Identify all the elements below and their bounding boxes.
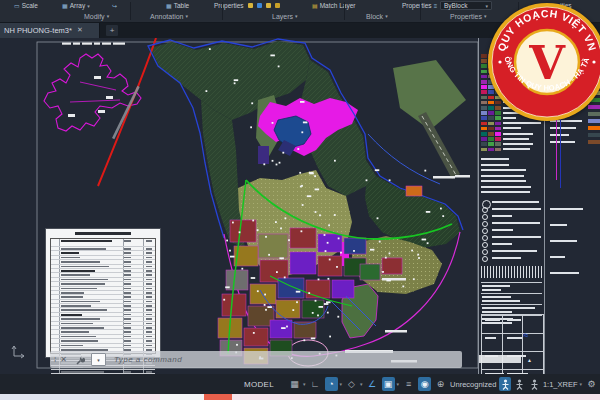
parcel bbox=[278, 278, 304, 298]
panel-properties[interactable]: Properties▾ bbox=[450, 11, 486, 21]
isometric-drafting-icon[interactable]: ◇ bbox=[345, 377, 358, 391]
point-label bbox=[315, 211, 317, 213]
point-label bbox=[315, 189, 320, 191]
parcel bbox=[360, 264, 380, 280]
point-label bbox=[413, 278, 415, 280]
annotation-visibility-icon[interactable] bbox=[499, 377, 511, 391]
grid-display-icon[interactable]: ▦ bbox=[288, 377, 301, 391]
point-label bbox=[402, 286, 404, 288]
point-label bbox=[284, 277, 286, 279]
panel-annotation[interactable]: Annotation▾ bbox=[150, 11, 188, 21]
modify-extra-icon[interactable]: ↪ bbox=[112, 1, 117, 10]
point-label bbox=[239, 231, 241, 233]
table-grid bbox=[50, 238, 156, 354]
customize-wrench-icon[interactable] bbox=[75, 355, 85, 365]
point-label bbox=[299, 172, 301, 174]
point-label bbox=[327, 242, 329, 244]
annotation-scale-icon[interactable] bbox=[528, 377, 540, 391]
command-close-icon[interactable]: ✕ bbox=[60, 355, 67, 364]
model-space-button[interactable]: MODEL bbox=[244, 380, 274, 389]
polar-tracking-icon[interactable]: ◔ bbox=[325, 377, 338, 391]
settings-gear-icon[interactable]: ⚙ bbox=[585, 377, 598, 391]
point-label bbox=[264, 304, 266, 306]
point-label bbox=[319, 214, 321, 216]
point-label bbox=[236, 344, 238, 346]
parcel bbox=[250, 284, 276, 304]
point-label bbox=[253, 332, 255, 334]
map-title-text bbox=[62, 43, 125, 45]
array-button[interactable]: ▦Array▾ bbox=[62, 1, 90, 10]
location-inset-map bbox=[44, 54, 141, 131]
match-layer-button[interactable]: ▤Match Layer bbox=[312, 1, 355, 10]
panel-layers[interactable]: Layers▾ bbox=[272, 11, 298, 21]
ucs-icon bbox=[12, 346, 24, 358]
point-label bbox=[279, 162, 281, 164]
geolocation-pin-icon[interactable]: ◉ bbox=[418, 377, 431, 391]
parcel bbox=[230, 220, 256, 242]
table-button[interactable]: ▦Table bbox=[166, 1, 189, 10]
parcel bbox=[318, 234, 342, 252]
point-label bbox=[296, 301, 298, 303]
iso-caret[interactable]: ▾ bbox=[360, 381, 363, 387]
point-label bbox=[229, 250, 231, 252]
status-bar: MODEL ▦ ▾ ∟ ◔ ▾ ◇ ▾ ∠ ▣ ▾ ≡ ◉ ⊕ Unrecogn… bbox=[0, 374, 600, 394]
point-label bbox=[424, 170, 426, 172]
point-label bbox=[292, 309, 294, 311]
point-label bbox=[379, 241, 381, 243]
grid-caret[interactable]: ▾ bbox=[303, 381, 306, 387]
object-snap-tracking-icon[interactable]: ∠ bbox=[366, 377, 379, 391]
annotation-scale-value[interactable]: 1:1_XREF bbox=[543, 380, 578, 389]
point-label bbox=[300, 101, 305, 103]
tab-close-icon[interactable]: ✕ bbox=[77, 26, 83, 34]
layer-icon bbox=[248, 3, 253, 8]
point-label bbox=[303, 339, 305, 341]
scale-button[interactable]: ▭Scale bbox=[14, 1, 38, 10]
command-bar[interactable]: ⁞ ✕ ▾ Type a command bbox=[50, 351, 462, 368]
panel-block[interactable]: Block▾ bbox=[366, 11, 388, 21]
drawing-tab[interactable]: NH PHUONG-tem3* ✕ bbox=[0, 22, 100, 38]
bottom-red-box bbox=[204, 394, 232, 400]
table-title bbox=[46, 232, 160, 235]
point-label bbox=[385, 257, 387, 259]
point-label bbox=[324, 234, 326, 236]
point-label bbox=[230, 256, 235, 258]
osnap-caret[interactable]: ▾ bbox=[397, 381, 400, 387]
annotation-autoscale-icon[interactable] bbox=[514, 377, 526, 391]
point-label bbox=[241, 268, 243, 270]
command-input-placeholder[interactable]: Type a command bbox=[114, 355, 182, 364]
point-label bbox=[308, 292, 310, 294]
point-label bbox=[267, 306, 272, 308]
point-label bbox=[264, 294, 266, 296]
parcel bbox=[406, 186, 422, 196]
point-label bbox=[389, 179, 391, 181]
point-label bbox=[303, 122, 308, 124]
new-tab-button[interactable]: + bbox=[106, 25, 118, 36]
point-label bbox=[251, 277, 256, 279]
point-label bbox=[324, 303, 329, 305]
parcel bbox=[258, 234, 288, 258]
landuse-statistics-table bbox=[45, 228, 161, 358]
command-drag-handle[interactable]: ⁞ bbox=[54, 355, 55, 364]
scale-caret[interactable]: ▾ bbox=[580, 381, 583, 387]
layer-properties-button[interactable]: Properties bbox=[214, 1, 280, 10]
point-label bbox=[280, 228, 282, 230]
ortho-mode-icon[interactable]: ∟ bbox=[309, 377, 322, 391]
object-snap-icon[interactable]: ▣ bbox=[382, 377, 395, 391]
point-label bbox=[440, 208, 442, 210]
point-label bbox=[426, 211, 431, 213]
parcel bbox=[332, 280, 354, 298]
geo-globe-icon[interactable]: ⊕ bbox=[434, 377, 447, 391]
point-label bbox=[268, 254, 270, 256]
point-label bbox=[301, 230, 303, 232]
lineweight-icon[interactable]: ≡ bbox=[402, 377, 415, 391]
point-label bbox=[311, 338, 316, 340]
point-label bbox=[265, 236, 267, 238]
point-label bbox=[265, 309, 267, 311]
panel-modify[interactable]: Modify▾ bbox=[84, 11, 109, 21]
polar-caret[interactable]: ▾ bbox=[340, 381, 343, 387]
command-icon-box[interactable]: ▾ bbox=[91, 353, 106, 366]
point-label bbox=[327, 312, 329, 314]
signature-mark: ≈ bbox=[523, 330, 528, 340]
point-label bbox=[252, 220, 254, 222]
point-label bbox=[270, 55, 275, 57]
